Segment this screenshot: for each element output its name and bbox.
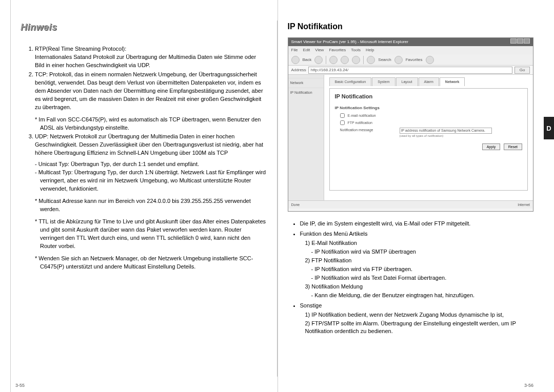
window-title: Smart Viewer for ProCam (ver 1.95) - Mic… — [291, 39, 408, 45]
menubar[interactable]: File Edit View Favorites Tools Help — [288, 46, 533, 54]
tab-layout[interactable]: Layout — [396, 77, 418, 86]
b2-2d1: - IP Notifikation wird via FTP übertrage… — [305, 265, 534, 274]
screenshot-ie-window: Smart Viewer for ProCam (ver 1.95) - Mic… — [288, 37, 534, 212]
list-item: UDP: Netzwerk Protokoll zur Übertragung … — [35, 133, 267, 271]
menu-item[interactable]: Favorites — [329, 47, 346, 53]
b3-sublist: 1) IP Notifikation bedient, wenn der Net… — [300, 311, 534, 336]
page-number-left: 3-55 — [15, 383, 25, 388]
page-number-right: 3-56 — [524, 383, 533, 388]
list-item: RTP(Real Time Streaming Protocol): Inter… — [35, 45, 267, 70]
home-icon[interactable] — [352, 56, 360, 64]
ftp-label: FTP notification — [348, 120, 373, 126]
b2-sublist: 1) E-Mail Notifikation - IP Notifikation… — [300, 239, 534, 300]
menu-item[interactable]: Edit — [303, 47, 310, 53]
window-titlebar: Smart Viewer for ProCam (ver 1.95) - Mic… — [288, 38, 533, 46]
b2-3: 3) Notifikation Meldung — [305, 283, 534, 291]
panel-title: IP Notification — [335, 93, 523, 101]
status-right: Internet — [518, 202, 530, 208]
b3-2: 2) FTP/SMTP sollte im Alarm. Übertragung… — [305, 320, 534, 336]
search-label: Search — [378, 57, 391, 63]
b2-2: 2) FTP Notifikation — [305, 257, 534, 265]
b1-text: Die IP, die im System eingestellt wird, … — [300, 220, 471, 226]
menu-item[interactable]: View — [315, 47, 324, 53]
row-email: E-mail notification — [340, 113, 523, 118]
right-bullet-list: Die IP, die im System eingestellt wird, … — [288, 220, 534, 336]
menu-item[interactable]: Help — [366, 47, 374, 53]
status-bar: Done Internet — [288, 200, 533, 209]
menu-item[interactable]: File — [291, 47, 298, 53]
heading-ip: IP Notifikation — [288, 20, 534, 32]
tab-system[interactable]: System — [372, 77, 395, 86]
browser-body: Network IP Notification Basic Configurat… — [288, 75, 533, 200]
ftp-checkbox[interactable] — [340, 120, 345, 125]
favorites-label: Favorites — [406, 57, 423, 63]
email-label: E-mail notification — [348, 113, 376, 118]
back-label[interactable]: Back — [303, 57, 312, 63]
item3-dash1: - Unicast Typ: Übertragun Typ, der durch… — [35, 160, 267, 169]
reset-button[interactable]: Reset — [504, 143, 522, 150]
b3-text: Sonstige — [300, 302, 322, 308]
fieldset-label: IP Notification Settings — [335, 105, 523, 111]
nav-item-network[interactable]: Network — [288, 78, 324, 88]
section-tab-d: D — [544, 117, 554, 139]
b3-1: 1) IP Notifikation bedient, wenn der Net… — [305, 311, 534, 319]
row-ftp: FTP notification — [340, 120, 523, 126]
heading-hinweis: Hinweis — [21, 20, 267, 34]
apply-button[interactable]: Apply — [482, 143, 501, 150]
refresh-icon[interactable] — [341, 56, 349, 64]
list-item: TCP: Protokoll, das in einem normalen Ne… — [35, 71, 267, 132]
tab-alarm[interactable]: Alarm — [419, 77, 439, 86]
tab-network[interactable]: Network — [440, 77, 465, 86]
bullet-3: Sonstige 1) IP Notifikation bedient, wen… — [300, 302, 534, 336]
item2-body: TCP: Protokoll, das in einem normalen Ne… — [35, 71, 263, 110]
address-input[interactable]: http://168.219.43.24/ — [308, 67, 512, 74]
item3-star1: * Multicast Adresse kann nur im Bereich … — [35, 197, 267, 214]
menu-item[interactable]: Tools — [351, 47, 361, 53]
item3-star3: * Wenden Sie sich an Netzwerk Manager, o… — [35, 255, 267, 271]
b2-2d2: - IP Notifikation wird als Text Datei Fo… — [305, 274, 534, 282]
item1-head: RTP(Real Time Streaming Protocol): — [35, 46, 126, 52]
go-button[interactable]: Go — [515, 67, 530, 74]
message-input[interactable]: IP address notification of Samsung Netwo… — [400, 128, 492, 134]
numbered-list: RTP(Real Time Streaming Protocol): Inter… — [21, 45, 267, 271]
nav-item-ipnotif[interactable]: IP Notification — [288, 88, 324, 97]
item2-note: * Im Fall von SCC-C6475(P), wird es auto… — [35, 116, 267, 132]
item3-dash2: - Multicast Typ: Übertragung Typ, der du… — [35, 169, 267, 193]
message-label: Notification message — [340, 128, 397, 133]
status-left: Done — [291, 202, 300, 208]
address-bar: Address http://168.219.43.24/ Go — [288, 66, 533, 75]
tab-basic[interactable]: Basic Configuration — [329, 77, 372, 86]
favorites-icon[interactable] — [394, 56, 403, 64]
config-panel: IP Notification IP Notification Settings… — [329, 88, 528, 191]
left-nav: Network IP Notification — [288, 75, 324, 200]
bullet-2: Funktion des Menü Artikels 1) E-Mail Not… — [300, 230, 534, 300]
message-hint: (used by all types of notification) — [400, 134, 492, 138]
main-panel: Basic Configuration System Layout Alarm … — [324, 75, 533, 200]
search-icon[interactable] — [367, 56, 375, 64]
panel-buttons: Apply Reset — [335, 143, 523, 150]
history-icon[interactable] — [426, 56, 434, 64]
b2-3d: - Kann die Meldung, die der Benutzer ein… — [305, 292, 534, 300]
b2-text: Funktion des Menü Artikels — [300, 231, 368, 237]
stop-icon[interactable] — [329, 56, 338, 64]
row-message: Notification message IP address notifica… — [340, 128, 523, 138]
bullet-1: Die IP, die im System eingestellt wird, … — [300, 220, 534, 228]
page-spread: Hinweis RTP(Real Time Streaming Protocol… — [0, 0, 554, 392]
right-page: IP Notifikation Smart Viewer for ProCam … — [278, 20, 544, 377]
tab-strip: Basic Configuration System Layout Alarm … — [329, 77, 528, 86]
item3-body: UDP: Netzwerk Protokoll zur Übertragung … — [35, 133, 263, 156]
window-buttons[interactable] — [510, 38, 530, 46]
left-page: Hinweis RTP(Real Time Streaming Protocol… — [10, 20, 278, 377]
back-icon[interactable] — [291, 56, 300, 64]
b2-1: 1) E-Mail Notifikation — [305, 239, 534, 247]
toolbar[interactable]: Back Search Favorites — [288, 54, 533, 66]
b2-1d: - IP Notifikation wird via SMTP übertrag… — [305, 248, 534, 256]
forward-icon[interactable] — [314, 56, 323, 64]
address-label: Address — [291, 67, 306, 73]
item3-star2: * TTL ist die Abkürzung für Time to Live… — [35, 218, 267, 251]
email-checkbox[interactable] — [340, 113, 345, 118]
item1-body: Internationales Satand Protokoll zur Übe… — [35, 54, 256, 68]
